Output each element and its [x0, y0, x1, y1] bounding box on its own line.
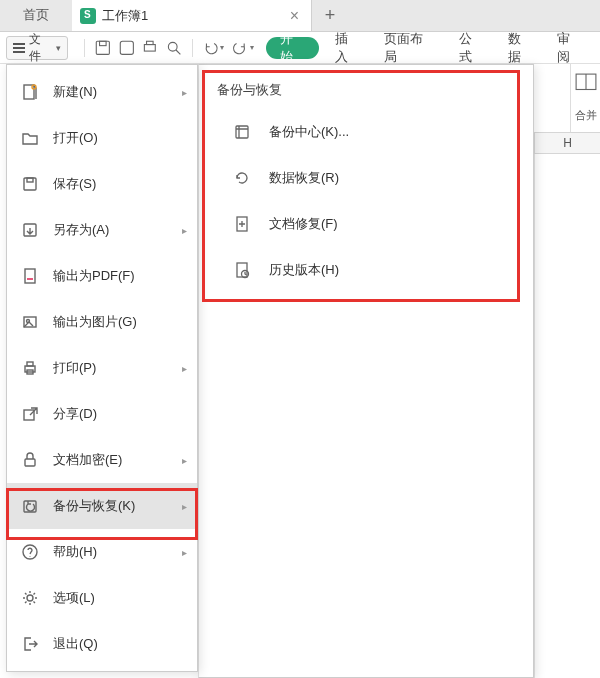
svg-point-23 — [23, 545, 37, 559]
lock-icon — [21, 451, 39, 469]
ribbon-tab-start[interactable]: 开始 — [266, 37, 319, 59]
save-icon — [21, 175, 39, 193]
hamburger-icon — [13, 43, 25, 53]
chevron-right-icon: ▸ — [182, 225, 187, 236]
file-menu-print-label: 打印(P) — [53, 359, 96, 377]
tab-document[interactable]: 工作簿1 × — [72, 0, 312, 31]
file-menu-exit-label: 退出(Q) — [53, 635, 98, 653]
svg-rect-0 — [96, 41, 109, 54]
file-menu-new-label: 新建(N) — [53, 83, 97, 101]
submenu-backup-center-label: 备份中心(K)... — [269, 123, 349, 141]
svg-rect-11 — [24, 178, 36, 190]
svg-rect-12 — [27, 178, 33, 182]
folder-open-icon — [21, 129, 39, 147]
svg-rect-4 — [147, 41, 154, 44]
file-menu-options-label: 选项(L) — [53, 589, 95, 607]
svg-line-6 — [176, 50, 180, 54]
submenu-doc-repair[interactable]: 文档修复(F) — [199, 201, 533, 247]
backup-submenu: 备份与恢复 备份中心(K)... 数据恢复(R) 文档修复(F) 历史版本(H) — [198, 64, 534, 678]
chevron-right-icon: ▸ — [182, 501, 187, 512]
history-icon — [233, 261, 251, 279]
print-icon — [21, 359, 39, 377]
tab-document-title: 工作簿1 — [102, 7, 286, 25]
qat-save-icon[interactable] — [93, 38, 113, 58]
file-menu-export-image[interactable]: 输出为图片(G) — [7, 299, 197, 345]
undo-caret-icon[interactable]: ▾ — [220, 43, 224, 52]
share-icon — [21, 405, 39, 423]
file-menu-encrypt[interactable]: 文档加密(E) ▸ — [7, 437, 197, 483]
merge-icon[interactable] — [575, 73, 597, 91]
tab-close-button[interactable]: × — [286, 7, 303, 25]
gridline — [534, 154, 535, 678]
qat-preview-icon[interactable] — [164, 38, 184, 58]
submenu-data-recover-label: 数据恢复(R) — [269, 169, 339, 187]
spreadsheet-badge-icon — [80, 8, 96, 24]
qat-print-preview-icon[interactable] — [117, 38, 137, 58]
document-tab-bar: 首页 工作簿1 × + — [0, 0, 600, 32]
svg-rect-20 — [24, 410, 34, 420]
file-menu-options[interactable]: 选项(L) — [7, 575, 197, 621]
chevron-right-icon: ▸ — [182, 363, 187, 374]
column-header-h[interactable]: H — [534, 132, 600, 154]
backup-submenu-title: 备份与恢复 — [199, 75, 533, 109]
new-icon — [21, 83, 39, 101]
backup-center-icon — [233, 123, 251, 141]
ribbon-tab-layout[interactable]: 页面布局 — [372, 32, 446, 64]
file-menu-save-as[interactable]: 另存为(A) ▸ — [7, 207, 197, 253]
svg-rect-21 — [25, 459, 35, 466]
ribbon-bar: 文件 ▾ ▾ ▾ 开始 插入 页面布局 公式 数据 审阅 — [0, 32, 600, 64]
export-pdf-icon — [21, 267, 39, 285]
file-menu-share-label: 分享(D) — [53, 405, 97, 423]
help-icon — [21, 543, 39, 561]
file-menu-new[interactable]: 新建(N) ▸ — [7, 69, 197, 115]
file-menu-export-pdf-label: 输出为PDF(F) — [53, 267, 135, 285]
redo-button[interactable] — [230, 38, 250, 58]
gear-icon — [21, 589, 39, 607]
file-menu-open-label: 打开(O) — [53, 129, 98, 147]
svg-rect-3 — [145, 44, 156, 51]
doc-repair-icon — [233, 215, 251, 233]
caret-down-icon: ▾ — [56, 43, 61, 53]
file-menu-backup[interactable]: 备份与恢复(K) ▸ — [7, 483, 197, 529]
exit-icon — [21, 635, 39, 653]
file-menu-help-label: 帮助(H) — [53, 543, 97, 561]
ribbon-tab-review[interactable]: 审阅 — [545, 32, 594, 64]
ribbon-tab-data[interactable]: 数据 — [496, 32, 545, 64]
file-menu-label: 文件 — [29, 31, 52, 65]
svg-rect-18 — [27, 362, 33, 366]
ribbon-tabs: 开始 插入 页面布局 公式 数据 审阅 — [266, 32, 594, 64]
tab-home[interactable]: 首页 — [0, 0, 72, 31]
save-as-icon — [21, 221, 39, 239]
rightbar-merge: 合并 — [570, 64, 600, 132]
file-menu-open[interactable]: 打开(O) — [7, 115, 197, 161]
file-menu-exit[interactable]: 退出(Q) — [7, 621, 197, 667]
file-menu: 新建(N) ▸ 打开(O) 保存(S) 另存为(A) ▸ 输出为PDF(F) 输… — [6, 64, 198, 672]
file-menu-save[interactable]: 保存(S) — [7, 161, 197, 207]
chevron-right-icon: ▸ — [182, 455, 187, 466]
file-menu-save-as-label: 另存为(A) — [53, 221, 109, 239]
tab-add-button[interactable]: + — [312, 0, 348, 31]
file-menu-help[interactable]: 帮助(H) ▸ — [7, 529, 197, 575]
svg-rect-1 — [100, 41, 107, 45]
backup-icon — [21, 497, 39, 515]
submenu-backup-center[interactable]: 备份中心(K)... — [199, 109, 533, 155]
submenu-history[interactable]: 历史版本(H) — [199, 247, 533, 293]
redo-caret-icon[interactable]: ▾ — [250, 43, 254, 52]
file-menu-backup-label: 备份与恢复(K) — [53, 497, 135, 515]
ribbon-tab-insert[interactable]: 插入 — [323, 32, 372, 64]
chevron-right-icon: ▸ — [182, 547, 187, 558]
undo-button[interactable] — [201, 38, 221, 58]
file-menu-encrypt-label: 文档加密(E) — [53, 451, 122, 469]
file-menu-button[interactable]: 文件 ▾ — [6, 36, 68, 60]
ribbon-tab-formula[interactable]: 公式 — [447, 32, 496, 64]
file-menu-share[interactable]: 分享(D) — [7, 391, 197, 437]
file-menu-export-image-label: 输出为图片(G) — [53, 313, 137, 331]
file-menu-export-pdf[interactable]: 输出为PDF(F) — [7, 253, 197, 299]
svg-point-5 — [168, 42, 177, 51]
svg-rect-14 — [25, 269, 35, 283]
submenu-data-recover[interactable]: 数据恢复(R) — [199, 155, 533, 201]
qat-print-icon[interactable] — [140, 38, 160, 58]
file-menu-print[interactable]: 打印(P) ▸ — [7, 345, 197, 391]
merge-label: 合并 — [575, 108, 597, 123]
submenu-doc-repair-label: 文档修复(F) — [269, 215, 338, 233]
